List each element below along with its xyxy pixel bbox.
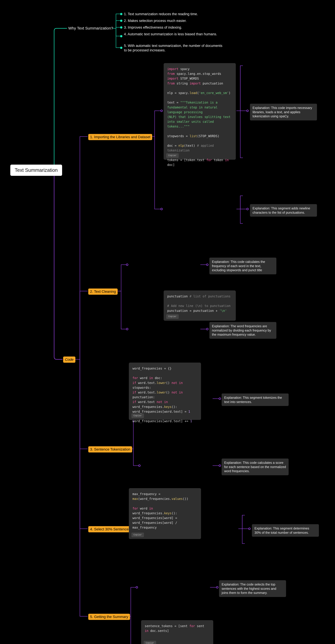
why-item-3: 3. Improves effectiveness of indexing. bbox=[124, 25, 182, 30]
step-5-label: 5. Getting the Summary bbox=[90, 615, 128, 619]
connector-dot bbox=[160, 208, 163, 210]
why-item-5: 5. With automatic text summarization, th… bbox=[124, 44, 224, 52]
code-block-3a: sentence_tokens = [sent for sent in doc.… bbox=[141, 620, 213, 644]
connector-dot bbox=[248, 528, 250, 530]
code-block-1b: punctuation # list of punctuations # Add… bbox=[164, 290, 236, 321]
explanation-4: Explanation: This segment determines 30%… bbox=[252, 524, 319, 537]
why-item-2: 2. Makes selection process much easier. bbox=[124, 18, 186, 23]
topic-label: Why Text Summarization? bbox=[68, 26, 113, 30]
connector-dot bbox=[206, 264, 208, 266]
connector-dot bbox=[126, 328, 128, 330]
connector-dot bbox=[219, 464, 221, 467]
bullet-dot bbox=[120, 26, 122, 28]
step-2-label: 2. Text Cleaning bbox=[90, 290, 116, 294]
copy-button[interactable]: Copiar bbox=[166, 314, 179, 319]
copy-button[interactable]: Copiar bbox=[132, 532, 144, 537]
bullet-dot bbox=[120, 13, 122, 15]
explanation-1a: Explanation: This code imports necessary… bbox=[250, 104, 317, 120]
why-item-4: 4. Automatic text summarization is less … bbox=[124, 32, 217, 36]
code-block-1a: import spacy from spacy.lang.en.stop_wor… bbox=[164, 63, 236, 160]
code-block-2a: word_frequencies = {} for word in doc: i… bbox=[129, 362, 201, 420]
step-1-node[interactable]: 1. Importing the Libraries and Dataset bbox=[88, 134, 152, 140]
explanation-5a: Explanation: The code selects the top se… bbox=[219, 580, 286, 597]
connector-dot bbox=[126, 264, 128, 266]
code-label: Code bbox=[65, 358, 74, 362]
root-node[interactable]: Text Summarization bbox=[10, 164, 62, 176]
code-block-2b: max_frequency = max(word_frequencies.val… bbox=[129, 488, 201, 539]
connector-dot bbox=[160, 110, 163, 112]
code-node[interactable]: Code bbox=[63, 356, 75, 363]
step-5-node[interactable]: 5. Getting the Summary bbox=[88, 614, 130, 620]
explanation-3b: Explanation: This code calculates a scor… bbox=[222, 458, 288, 475]
explanation-1b: Explanation: This segment adds newline c… bbox=[250, 204, 317, 217]
copy-button[interactable]: Copiar bbox=[144, 641, 156, 644]
explanation-2a: Explanation: This code calculates the fr… bbox=[209, 258, 276, 274]
copy-button[interactable]: Copiar bbox=[132, 414, 144, 418]
step-3-node[interactable]: 3. Sentence Tokenization bbox=[88, 446, 132, 452]
step-3-label: 3. Sentence Tokenization bbox=[90, 447, 130, 451]
connector-dot bbox=[206, 328, 208, 330]
explanation-3a: Explanation: This segment tokenizes the … bbox=[222, 394, 288, 406]
bullet-dot bbox=[120, 35, 122, 37]
step-2-node[interactable]: 2. Text Cleaning bbox=[88, 288, 118, 295]
connector-dot bbox=[246, 208, 249, 210]
bullet-dot bbox=[120, 47, 122, 49]
copy-button[interactable]: Copiar bbox=[166, 153, 179, 158]
connector-dot bbox=[219, 398, 221, 400]
why-item-1: 1. Text summarization reduces the readin… bbox=[124, 12, 198, 16]
connector-dot bbox=[216, 586, 218, 588]
step-1-label: 1. Importing the Libraries and Dataset bbox=[90, 135, 150, 139]
explanation-2b: Explanation: The word frequencies are no… bbox=[209, 322, 276, 339]
bullet-dot bbox=[120, 20, 122, 22]
connector-dot bbox=[138, 464, 140, 467]
connector-dot bbox=[246, 110, 249, 112]
root-title: Text Summarization bbox=[15, 168, 58, 173]
connector-dot bbox=[136, 586, 138, 588]
why-text-summarization-node[interactable]: Why Text Summarization? bbox=[68, 26, 113, 30]
